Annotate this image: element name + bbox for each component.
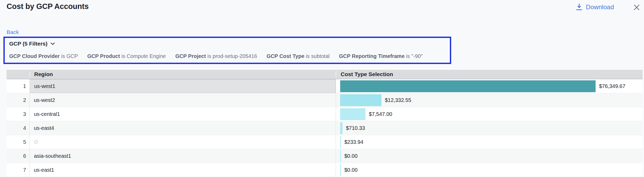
column-header-region[interactable]: Region <box>34 71 53 77</box>
region-cell[interactable]: us-central1 <box>29 107 336 121</box>
cost-value-label: $7,547.00 <box>369 111 392 117</box>
cost-bar-cell[interactable]: $76,349.67 <box>336 79 643 93</box>
page-title: Cost by GCP Accounts <box>7 2 89 11</box>
header-separator <box>336 71 336 78</box>
column-header-cost-type-selection[interactable]: Cost Type Selection <box>341 71 393 77</box>
download-icon <box>576 3 583 11</box>
table-row[interactable]: 3us-central1$7,547.00 <box>7 107 643 121</box>
cost-bar[interactable] <box>340 122 343 134</box>
cost-value-label: $233.94 <box>344 139 363 145</box>
cost-bar-cell[interactable]: $710.33 <box>336 121 643 135</box>
cost-bar[interactable] <box>340 80 596 92</box>
close-icon <box>633 4 640 11</box>
table-row[interactable]: 6asia-southeast1$0.00 <box>7 149 643 163</box>
row-number: 4 <box>7 121 29 135</box>
table-row[interactable]: 5∅$233.94 <box>7 135 643 149</box>
filter-panel: GCP (5 Filters) GCP Cloud Provider is GC… <box>3 37 451 64</box>
cost-value-label: $76,349.67 <box>599 83 625 89</box>
filter-item[interactable]: GCP Cloud Provider is GCP <box>9 53 78 59</box>
table-body: 1us-west1$76,349.672us-west2$12,332.553u… <box>7 79 643 177</box>
region-cell[interactable]: us-east1 <box>29 163 336 177</box>
close-button[interactable] <box>632 3 641 12</box>
download-label: Download <box>586 3 614 11</box>
filter-name: GCP Product <box>87 53 120 59</box>
filter-name: GCP Cloud Provider <box>9 53 60 59</box>
cost-bar[interactable] <box>340 150 341 162</box>
region-cell[interactable]: us-east4 <box>29 121 336 135</box>
table-row[interactable]: 7us-east1$0.00 <box>7 163 643 177</box>
cost-table: Region Cost Type Selection 1us-west1$76,… <box>7 70 643 177</box>
table-header: Region Cost Type Selection <box>7 70 643 79</box>
filter-list: GCP Cloud Provider is GCPGCP Product is … <box>9 53 423 59</box>
cost-bar[interactable] <box>340 94 381 106</box>
row-number: 7 <box>7 163 29 177</box>
table-row[interactable]: 1us-west1$76,349.67 <box>7 79 643 93</box>
cost-bar-cell[interactable]: $0.00 <box>336 163 643 177</box>
filter-name: GCP Project <box>175 53 206 59</box>
table-row[interactable]: 4us-east4$710.33 <box>7 121 643 135</box>
cost-bar-cell[interactable]: $233.94 <box>336 135 643 149</box>
download-button[interactable]: Download <box>576 3 614 11</box>
cost-value-label: $12,332.55 <box>385 97 411 103</box>
filter-summary-toggle[interactable]: GCP (5 Filters) <box>9 41 55 47</box>
filter-summary-label: GCP (5 Filters) <box>9 41 47 47</box>
cost-bar[interactable] <box>340 136 341 148</box>
region-cell[interactable]: asia-southeast1 <box>29 149 336 163</box>
filter-item[interactable]: GCP Cost Type is subtotal <box>266 53 329 59</box>
region-cell[interactable]: us-west2 <box>29 93 336 107</box>
row-number: 3 <box>7 107 29 121</box>
cost-bar[interactable] <box>340 108 365 120</box>
cost-bar-cell[interactable]: $12,332.55 <box>336 93 643 107</box>
cost-value-label: $710.33 <box>346 125 365 131</box>
cost-value-label: $0.00 <box>344 167 358 173</box>
filter-item[interactable]: GCP Project is prod-setup-205416 <box>175 53 257 59</box>
cost-bar-cell[interactable]: $7,547.00 <box>336 107 643 121</box>
row-number: 5 <box>7 135 29 149</box>
header-separator <box>29 71 30 78</box>
back-link[interactable]: Back <box>7 29 19 35</box>
row-number: 6 <box>7 149 29 163</box>
region-cell[interactable]: us-west1 <box>29 79 336 93</box>
cost-value-label: $0.00 <box>344 153 358 159</box>
filter-item[interactable]: GCP Product is Compute Engine <box>87 53 166 59</box>
filter-name: GCP Reporting Timeframe <box>339 53 405 59</box>
cost-bar[interactable] <box>340 164 341 176</box>
chevron-down-icon <box>50 42 55 45</box>
row-number: 1 <box>7 79 29 93</box>
filter-name: GCP Cost Type <box>266 53 304 59</box>
region-cell[interactable]: ∅ <box>29 135 336 149</box>
table-row[interactable]: 2us-west2$12,332.55 <box>7 93 643 107</box>
filter-item[interactable]: GCP Reporting Timeframe is "-90" <box>339 53 423 59</box>
row-number: 2 <box>7 93 29 107</box>
cost-bar-cell[interactable]: $0.00 <box>336 149 643 163</box>
